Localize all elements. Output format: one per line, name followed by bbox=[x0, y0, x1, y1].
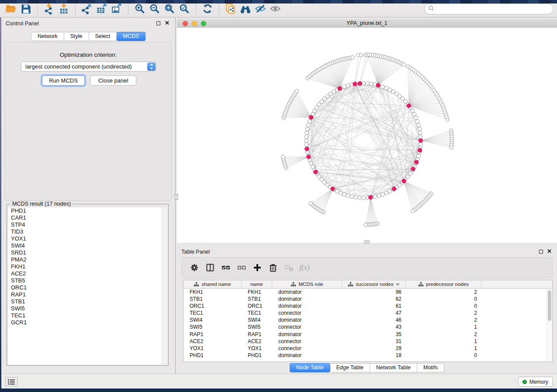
close-panel-icon[interactable]: ✕ bbox=[547, 248, 552, 255]
save-session-button[interactable] bbox=[18, 2, 33, 16]
vertical-splitter-grip[interactable] bbox=[174, 194, 178, 200]
network-node[interactable] bbox=[343, 85, 346, 89]
import-table-button[interactable] bbox=[56, 2, 71, 16]
network-node[interactable] bbox=[309, 162, 313, 165]
tab-style[interactable]: Style bbox=[64, 32, 89, 41]
network-canvas[interactable] bbox=[177, 28, 557, 243]
mcds-hub-node[interactable] bbox=[376, 83, 380, 87]
export-table-button[interactable] bbox=[94, 2, 109, 16]
table-row[interactable]: SWI4SWI4dominator462 bbox=[183, 316, 552, 323]
network-node[interactable] bbox=[311, 165, 315, 169]
satellite-node[interactable] bbox=[450, 146, 453, 149]
run-mcds-button[interactable]: Run MCDS bbox=[42, 76, 85, 86]
satellite-node[interactable] bbox=[411, 209, 415, 213]
task-history-button[interactable] bbox=[5, 377, 17, 386]
column-header-predecessor-nodes[interactable]: predecessor nodes bbox=[406, 280, 481, 288]
zoom-out-button[interactable] bbox=[147, 2, 162, 16]
network-node[interactable] bbox=[346, 83, 350, 87]
satellite-node[interactable] bbox=[309, 202, 312, 205]
copy-share-button[interactable] bbox=[223, 2, 238, 16]
network-node[interactable] bbox=[384, 191, 388, 195]
float-window-icon[interactable] bbox=[156, 21, 160, 25]
tab-network[interactable]: Network bbox=[31, 32, 64, 41]
table-row[interactable]: STB1STB1dominator620 bbox=[183, 296, 552, 303]
tab-edge-table[interactable]: Edge Table bbox=[330, 363, 370, 372]
network-window-titlebar[interactable]: YPA_prune.txt_1 bbox=[177, 19, 557, 28]
network-node[interactable] bbox=[343, 193, 346, 196]
table-row[interactable]: ORC1ORC1dominator610 bbox=[183, 303, 552, 309]
network-node[interactable] bbox=[339, 191, 343, 195]
maximize-window-icon[interactable] bbox=[201, 21, 206, 26]
export-image-button[interactable] bbox=[109, 2, 124, 16]
network-node[interactable] bbox=[377, 194, 381, 198]
mcds-result-item[interactable]: FKH1 bbox=[8, 263, 167, 270]
table-scrollbar[interactable] bbox=[547, 289, 552, 361]
network-node[interactable] bbox=[346, 194, 350, 198]
mcds-result-item[interactable]: ACE2 bbox=[8, 270, 167, 277]
network-node[interactable] bbox=[417, 123, 421, 127]
network-node[interactable] bbox=[415, 120, 419, 124]
mcds-hub-node[interactable] bbox=[338, 86, 342, 90]
tab-mcds[interactable]: MCDS bbox=[117, 32, 145, 41]
network-node[interactable] bbox=[384, 86, 388, 90]
mcds-result-item[interactable]: RAP1 bbox=[8, 291, 167, 298]
mcds-hub-node[interactable] bbox=[392, 187, 396, 191]
mcds-hub-node[interactable] bbox=[415, 160, 419, 164]
table-row[interactable]: RAP1RAP1dominator352 bbox=[183, 331, 552, 338]
horizontal-splitter-grip[interactable] bbox=[364, 240, 370, 244]
column-header-shared-name[interactable]: shared name bbox=[183, 280, 242, 288]
mcds-result-item[interactable]: SRD1 bbox=[8, 249, 167, 256]
network-node[interactable] bbox=[304, 135, 308, 139]
table-row[interactable]: TEC1TEC1connector472 bbox=[183, 309, 552, 316]
network-node[interactable] bbox=[381, 85, 384, 89]
close-window-icon[interactable] bbox=[183, 21, 188, 26]
memory-button[interactable]: Memory bbox=[518, 377, 553, 387]
mcds-result-item[interactable]: STP4 bbox=[8, 221, 167, 228]
mcds-hub-node[interactable] bbox=[331, 187, 335, 191]
mcds-result-item[interactable]: STB1 bbox=[8, 298, 167, 305]
trash-button[interactable] bbox=[266, 261, 280, 274]
network-node[interactable] bbox=[305, 127, 309, 131]
mcds-result-item[interactable]: SWI4 bbox=[8, 242, 167, 249]
dropdown-stepper-icon[interactable] bbox=[147, 62, 156, 71]
table-row[interactable]: SWI5SWI5connector431 bbox=[183, 323, 552, 330]
column-header-name[interactable]: name bbox=[242, 280, 272, 288]
column-header-successor-nodes[interactable]: successor nodes bbox=[342, 280, 406, 288]
table-row[interactable]: ACE2ACE2connector311 bbox=[183, 338, 552, 345]
network-node[interactable] bbox=[388, 189, 392, 193]
mcds-hub-node[interactable] bbox=[309, 115, 313, 119]
result-list-scrollbar[interactable] bbox=[162, 207, 167, 364]
network-node[interactable] bbox=[419, 135, 422, 139]
satellite-node[interactable] bbox=[360, 53, 363, 57]
mcds-hub-node[interactable] bbox=[402, 179, 406, 183]
network-node[interactable] bbox=[417, 154, 421, 158]
mcds-result-item[interactable]: TID3 bbox=[8, 228, 167, 235]
table-row[interactable]: YOX1YOX1connector291 bbox=[183, 345, 552, 352]
table-row[interactable]: FKH1FKH1dominator962 bbox=[183, 289, 552, 296]
network-node[interactable] bbox=[369, 82, 373, 86]
network-node[interactable] bbox=[354, 195, 358, 199]
gear-button[interactable] bbox=[188, 261, 201, 274]
mcds-hub-node[interactable] bbox=[418, 148, 422, 152]
table-row[interactable]: PHD1PHD1dominator180 bbox=[183, 352, 552, 359]
deselect-all-button[interactable] bbox=[235, 261, 248, 274]
eye-strike-button[interactable] bbox=[253, 2, 268, 16]
network-node[interactable] bbox=[373, 195, 377, 199]
mcds-result-item[interactable]: GCR1 bbox=[8, 319, 167, 326]
network-node[interactable] bbox=[350, 195, 354, 199]
satellite-node[interactable] bbox=[351, 55, 354, 59]
open-file-button[interactable] bbox=[3, 2, 18, 16]
mcds-hub-node[interactable] bbox=[314, 170, 318, 174]
export-network-button[interactable] bbox=[80, 2, 94, 16]
scrollbar-thumb[interactable] bbox=[548, 290, 551, 321]
network-node[interactable] bbox=[381, 193, 384, 196]
zoom-in-button[interactable] bbox=[132, 2, 147, 16]
satellite-node[interactable] bbox=[446, 118, 449, 121]
float-window-icon[interactable] bbox=[539, 250, 543, 254]
mcds-result-item[interactable]: TEC1 bbox=[8, 312, 167, 319]
tab-select[interactable]: Select bbox=[89, 32, 117, 41]
zoom-fit-button[interactable] bbox=[162, 2, 177, 16]
plus-button[interactable] bbox=[251, 261, 264, 274]
mcds-hub-node[interactable] bbox=[369, 195, 373, 199]
network-node[interactable] bbox=[308, 120, 311, 124]
